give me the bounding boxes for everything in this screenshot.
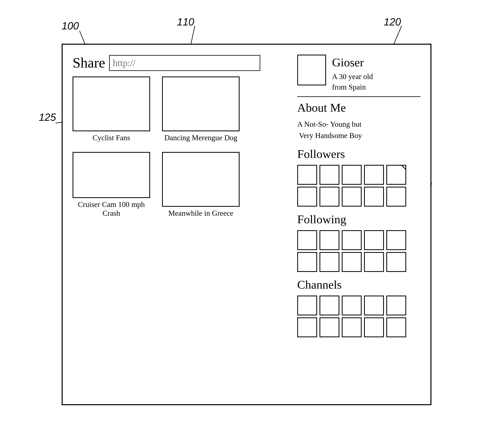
channel-avatar-10[interactable] <box>386 317 406 337</box>
channels-section: Channels <box>297 278 421 337</box>
profile-section: Gioser A 30 year oldfrom Spain <box>297 55 421 92</box>
follower-avatar-9[interactable] <box>364 187 384 207</box>
follower-avatar-4[interactable] <box>364 165 384 185</box>
following-title: Following <box>297 213 421 226</box>
svg-line-0 <box>80 31 85 45</box>
video-thumb-1 <box>72 77 150 131</box>
follower-avatar-6[interactable] <box>297 187 317 207</box>
follower-avatar-5[interactable] <box>386 165 406 185</box>
video-item-3[interactable]: Cruiser Cam 100 mph Crash <box>72 152 150 217</box>
about-me-title: About Me <box>297 101 421 115</box>
annotation-120: 120 <box>384 16 401 28</box>
channel-avatar-3[interactable] <box>342 295 362 315</box>
following-avatar-4[interactable] <box>364 230 384 250</box>
following-avatar-8[interactable] <box>342 252 362 272</box>
follower-avatar-10[interactable] <box>386 187 406 207</box>
channels-grid-row1 <box>297 295 421 315</box>
following-grid-row2 <box>297 252 421 272</box>
channels-grid-row2 <box>297 317 421 337</box>
share-input[interactable] <box>109 55 260 71</box>
following-avatar-3[interactable] <box>342 230 362 250</box>
followers-section: Followers <box>297 147 421 207</box>
video-item-4[interactable]: Meanwhile in Greece <box>162 152 240 217</box>
following-avatar-5[interactable] <box>386 230 406 250</box>
profile-info: Gioser A 30 year oldfrom Spain <box>332 55 373 92</box>
video-item-1[interactable]: Cyclist Fans <box>72 77 150 142</box>
following-avatar-9[interactable] <box>364 252 384 272</box>
video-caption-3: Cruiser Cam 100 mph Crash <box>72 200 150 217</box>
follower-avatar-3[interactable] <box>342 165 362 185</box>
channel-avatar-4[interactable] <box>364 295 384 315</box>
followers-grid-row1 <box>297 165 421 185</box>
following-grid-row1 <box>297 230 421 250</box>
follower-avatar-7[interactable] <box>319 187 339 207</box>
annotation-125: 125 <box>39 111 56 123</box>
about-me-section: About Me A Not-So- Young but Very Handso… <box>297 101 421 141</box>
share-label: Share <box>72 55 105 71</box>
following-avatar-1[interactable] <box>297 230 317 250</box>
profile-desc: A 30 year oldfrom Spain <box>332 71 373 92</box>
annotation-100: 100 <box>62 20 79 32</box>
channel-avatar-1[interactable] <box>297 295 317 315</box>
channel-avatar-6[interactable] <box>297 317 317 337</box>
profile-avatar <box>297 55 326 85</box>
profile-name: Gioser <box>332 56 373 69</box>
follower-avatar-8[interactable] <box>342 187 362 207</box>
main-container: Share Cyclist Fans Dancing Merengue Dog … <box>62 44 432 405</box>
channel-avatar-7[interactable] <box>319 317 339 337</box>
following-section: Following <box>297 213 421 272</box>
video-thumb-3 <box>72 152 150 198</box>
following-avatar-6[interactable] <box>297 252 317 272</box>
following-avatar-10[interactable] <box>386 252 406 272</box>
corner-cut-svg <box>386 165 406 185</box>
following-avatar-7[interactable] <box>319 252 339 272</box>
following-avatar-2[interactable] <box>319 230 339 250</box>
video-thumb-2 <box>162 77 240 131</box>
video-caption-4: Meanwhile in Greece <box>168 209 233 217</box>
followers-title: Followers <box>297 147 421 161</box>
follower-avatar-2[interactable] <box>319 165 339 185</box>
video-caption-1: Cyclist Fans <box>93 133 130 142</box>
video-grid: Cyclist Fans Dancing Merengue Dog Cruise… <box>72 77 240 217</box>
share-bar: Share <box>72 55 260 71</box>
channel-avatar-8[interactable] <box>342 317 362 337</box>
video-thumb-4 <box>162 152 240 207</box>
video-caption-2: Dancing Merengue Dog <box>164 133 237 142</box>
followers-grid-row2 <box>297 187 421 207</box>
follower-avatar-1[interactable] <box>297 165 317 185</box>
channel-avatar-2[interactable] <box>319 295 339 315</box>
sidebar: Gioser A 30 year oldfrom Spain About Me … <box>297 55 421 343</box>
channels-title: Channels <box>297 278 421 292</box>
about-me-desc: A Not-So- Young but Very Handsome Boy <box>297 119 421 141</box>
svg-marker-10 <box>386 165 406 185</box>
channel-avatar-5[interactable] <box>386 295 406 315</box>
annotation-110: 110 <box>177 16 194 28</box>
video-item-2[interactable]: Dancing Merengue Dog <box>162 77 240 142</box>
profile-divider <box>297 96 421 97</box>
channel-avatar-9[interactable] <box>364 317 384 337</box>
